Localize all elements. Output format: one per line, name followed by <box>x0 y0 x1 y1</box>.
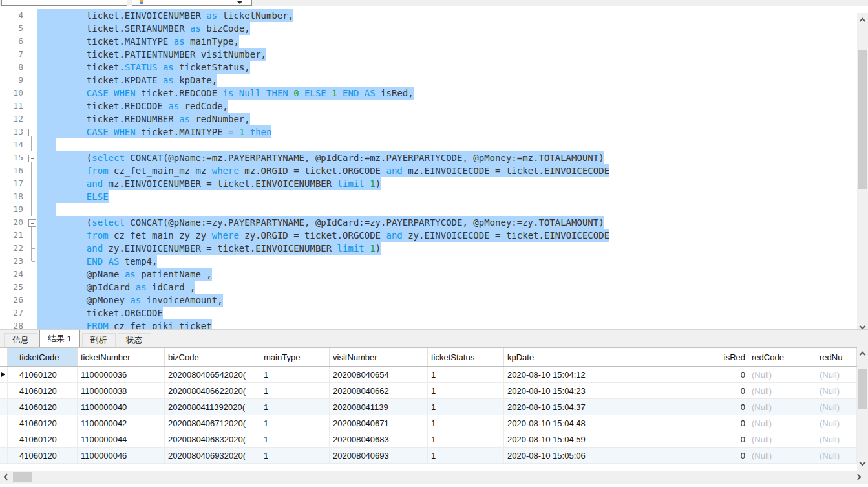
grid-cell[interactable]: 1100000038 <box>78 383 165 398</box>
grid-cell[interactable]: (Null) <box>816 431 857 447</box>
grid-cell[interactable]: (Null) <box>816 383 857 398</box>
grid-cell[interactable]: 202008040693 <box>330 448 428 463</box>
code-text[interactable]: (select CONCAT(@pName:=zy.PAYERPARTYNAME… <box>37 216 857 229</box>
grid-cell[interactable]: 1100000042 <box>78 415 165 431</box>
grid-cell[interactable]: (Null) <box>748 383 816 398</box>
row-marker-cell[interactable] <box>0 367 8 382</box>
code-line[interactable]: 25 @pIdCard as idCard , <box>0 281 857 294</box>
code-line[interactable]: 20 (select CONCAT(@pName:=zy.PAYERPARTYN… <box>0 216 857 229</box>
grid-cell[interactable]: 2020080406932020( <box>165 448 260 463</box>
code-line[interactable]: 28 FROM cz_fet_piki_ticket <box>0 319 857 329</box>
grid-cell[interactable]: 41060120 <box>8 383 78 398</box>
code-line[interactable]: 4 ticket.EINVOICENUMBER as ticketNumber, <box>0 9 857 22</box>
column-header-isred[interactable]: isRed <box>706 348 748 366</box>
column-header-kpdate[interactable]: kpDate <box>504 348 706 366</box>
database-combo[interactable] <box>132 0 252 6</box>
grid-cell[interactable]: 2020-08-10 15:04:37 <box>504 399 706 415</box>
scroll-up-icon[interactable] <box>860 18 866 25</box>
code-text[interactable] <box>37 203 857 216</box>
grid-cell[interactable]: (Null) <box>748 367 816 382</box>
grid-cell[interactable]: 2020-08-10 15:05:06 <box>504 448 706 463</box>
grid-cell[interactable]: 2020080411392020( <box>165 399 260 415</box>
code-text[interactable]: ticket.PATIENTNUMBER visitNumber, <box>37 48 857 61</box>
column-header-visitnumber[interactable]: visitNumber <box>330 348 428 366</box>
column-header-ticketstatus[interactable]: ticketStatus <box>428 348 504 366</box>
code-line[interactable]: 6 ticket.MAINTYPE as mainType, <box>0 35 857 48</box>
code-line[interactable]: 21 from cz_fet_main_zy zy where zy.ORGID… <box>0 229 857 242</box>
grid-cell[interactable]: 2020080406542020( <box>165 367 260 382</box>
grid-cell[interactable]: 41060120 <box>8 448 78 463</box>
code-text[interactable]: ELSE <box>37 190 857 203</box>
code-text[interactable]: END AS temp4, <box>37 255 857 268</box>
code-text[interactable]: @pName as patientName , <box>37 268 857 281</box>
grid-cell[interactable]: 202008040671 <box>330 415 428 431</box>
code-line[interactable]: 22 and zy.EINVOICENUMBER = ticket.EINVOI… <box>0 242 857 255</box>
code-line[interactable]: 9 ticket.KPDATE as kpDate, <box>0 74 857 87</box>
grid-cell[interactable]: (Null) <box>748 448 816 463</box>
tab-profiling[interactable]: 剖析 <box>82 333 116 347</box>
column-header-bizcode[interactable]: bizCode <box>165 348 260 366</box>
code-text[interactable]: ticket.REDNUMBER as redNumber, <box>37 113 857 125</box>
code-text[interactable]: ticket.MAINTYPE as mainType, <box>37 35 857 48</box>
code-line[interactable]: 23 END AS temp4, <box>0 255 857 268</box>
code-text[interactable]: ticket.ORGCODE <box>37 307 857 319</box>
code-text[interactable]: from cz_fet_main_mz mz where mz.ORGID = … <box>37 164 857 177</box>
code-text[interactable]: from cz_fet_main_zy zy where zy.ORGID = … <box>37 229 857 242</box>
grid-cell[interactable]: 1 <box>260 431 330 447</box>
grid-cell[interactable]: 41060120 <box>8 399 78 415</box>
code-line[interactable]: 17 and mz.EINVOICENUMBER = ticket.EINVOI… <box>0 177 857 190</box>
horizontal-scrollbar-thumb[interactable] <box>13 472 32 482</box>
grid-cell[interactable]: (Null) <box>816 399 857 415</box>
code-line[interactable]: 14 <box>0 138 857 151</box>
fold-collapse-icon[interactable] <box>26 216 37 229</box>
scroll-left-icon[interactable] <box>4 474 10 481</box>
grid-cell[interactable]: 1 <box>428 399 504 415</box>
scroll-down-icon[interactable] <box>860 323 866 329</box>
code-text[interactable]: ticket.EINVOICENUMBER as ticketNumber, <box>37 9 857 22</box>
code-line[interactable]: 24 @pName as patientName , <box>0 268 857 281</box>
grid-cell[interactable]: (Null) <box>816 415 857 431</box>
code-line[interactable]: 7 ticket.PATIENTNUMBER visitNumber, <box>0 48 857 61</box>
grid-cell[interactable]: 0 <box>706 367 748 382</box>
grid-cell[interactable]: 0 <box>706 415 748 431</box>
grid-cell[interactable]: 1100000044 <box>78 431 165 447</box>
code-line[interactable]: 5 ticket.SERIANUMBER as bizCode, <box>0 22 857 35</box>
grid-cell[interactable]: 41060120 <box>8 431 78 447</box>
fold-collapse-icon[interactable] <box>26 151 37 164</box>
code-text[interactable]: and mz.EINVOICENUMBER = ticket.EINVOICEN… <box>37 177 857 190</box>
grid-cell[interactable]: 2020-08-10 15:04:12 <box>504 367 706 382</box>
grid-cell[interactable]: 202008041139 <box>330 399 428 415</box>
row-marker-cell[interactable] <box>0 431 8 447</box>
column-header-ticketcode[interactable]: ticketCode <box>8 348 78 366</box>
code-text[interactable]: @pMoney as invoiceAmount, <box>37 294 857 307</box>
grid-cell[interactable]: (Null) <box>748 415 816 431</box>
grid-cell[interactable]: 202008040683 <box>330 431 428 447</box>
scroll-up-icon[interactable] <box>860 352 866 358</box>
code-text[interactable]: ticket.SERIANUMBER as bizCode, <box>37 22 857 35</box>
table-row[interactable]: 4106012011000000442020080406832020(12020… <box>0 431 857 448</box>
code-line[interactable]: 12 ticket.REDNUMBER as redNumber, <box>0 113 857 125</box>
scroll-down-icon[interactable] <box>860 460 866 466</box>
code-text[interactable]: CASE WHEN ticket.REDCODE is Null THEN 0 … <box>37 87 857 100</box>
code-area[interactable]: 4 ticket.EINVOICENUMBER as ticketNumber,… <box>0 9 857 329</box>
grid-cell[interactable]: 1 <box>428 383 504 398</box>
grid-cell[interactable]: 1 <box>428 367 504 382</box>
column-header-redcode[interactable]: redCode <box>748 348 816 366</box>
grid-cell[interactable]: 1100000036 <box>78 367 165 382</box>
editor-scrollbar-thumb[interactable] <box>858 50 867 189</box>
code-text[interactable]: (select CONCAT(@pName:=mz.PAYERPARTYNAME… <box>37 151 857 164</box>
grid-cell[interactable]: 2020080406832020( <box>165 431 260 447</box>
code-text[interactable] <box>37 138 857 151</box>
table-row[interactable]: 4106012011000000402020080411392020(12020… <box>0 399 857 415</box>
code-text[interactable]: and zy.EINVOICENUMBER = ticket.EINVOICEN… <box>37 242 857 255</box>
chevron-down-icon[interactable] <box>237 1 243 4</box>
horizontal-scrollbar[interactable] <box>0 471 868 484</box>
grid-cell[interactable]: 1 <box>260 367 330 382</box>
code-line[interactable]: 18 ELSE <box>0 190 857 203</box>
row-marker-cell[interactable] <box>0 383 8 398</box>
grid-cell[interactable]: (Null) <box>816 448 857 463</box>
grid-cell[interactable]: 1 <box>260 399 330 415</box>
grid-cell[interactable]: 202008040662 <box>330 383 428 398</box>
grid-cell[interactable]: 1 <box>428 431 504 447</box>
column-header-rednu[interactable]: redNu <box>816 348 857 366</box>
